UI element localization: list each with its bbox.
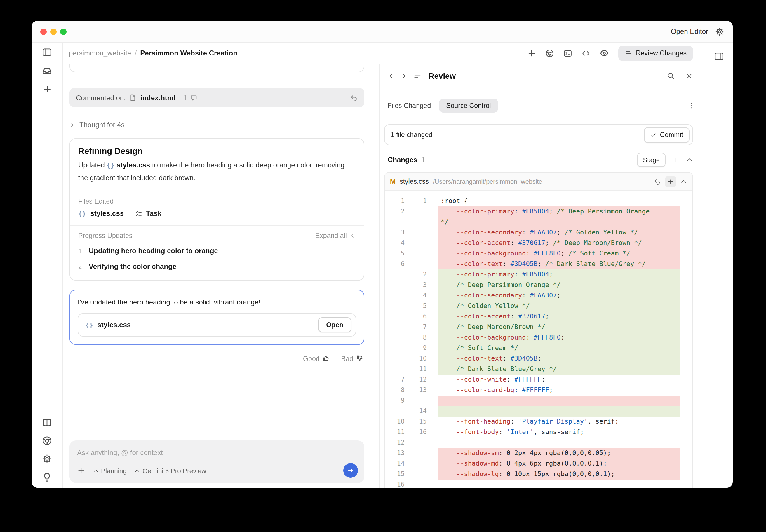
changes-header: Changes 1 Stage xyxy=(388,153,693,167)
open-file-button[interactable]: Open xyxy=(318,318,352,333)
lightbulb-icon[interactable] xyxy=(42,472,52,482)
docs-book-icon[interactable] xyxy=(42,418,52,428)
changed-file-card: M styles.css /Users/narangamit/persimmon… xyxy=(384,172,693,488)
breadcrumb: persimmon_website / Persimmon Website Cr… xyxy=(69,49,237,57)
diff-row: 2 --color-primary: #E85D04; xyxy=(385,269,693,280)
new-line-number: 3 xyxy=(409,280,438,291)
model-selector[interactable]: Gemini 3 Pro Preview xyxy=(134,467,207,474)
comment-bubble-icon xyxy=(190,94,198,101)
settings-gear-icon[interactable] xyxy=(715,27,724,36)
close-icon[interactable] xyxy=(685,72,693,80)
old-line-number: 10 xyxy=(385,417,409,427)
diff-row: 4 --color-secondary: #FAA307; xyxy=(385,291,693,301)
diff-row: 1116 --font-body: 'Inter', sans-serif; xyxy=(385,427,693,437)
diff-code-line: --color-text: #3D405B; xyxy=(438,353,680,364)
new-line-number: 13 xyxy=(409,385,438,395)
collapse-chevron-up-icon[interactable] xyxy=(686,156,693,163)
diff-code-line: --color-secondary: #FAA307; xyxy=(438,291,680,301)
add-icon[interactable] xyxy=(527,49,536,57)
breadcrumb-project[interactable]: persimmon_website xyxy=(69,49,131,57)
new-line-number xyxy=(409,395,438,406)
expand-all-button[interactable]: Expand all xyxy=(315,232,356,239)
new-line-number xyxy=(409,448,438,459)
minimize-window-button[interactable] xyxy=(50,28,57,35)
old-line-number: 2 xyxy=(385,207,409,217)
browser-icon[interactable] xyxy=(42,436,52,446)
stage-all-plus-icon[interactable] xyxy=(672,156,680,164)
code-icon[interactable] xyxy=(582,49,590,57)
mode-selector[interactable]: Planning xyxy=(93,467,127,474)
old-line-number xyxy=(385,269,409,280)
diff-code-line: --color-secondary: #FAA307; /* Golden Ye… xyxy=(438,227,680,238)
diff-code-line: /* Deep Maroon/Brown */ xyxy=(438,322,680,333)
changed-file-header[interactable]: M styles.css /Users/narangamit/persimmon… xyxy=(385,173,693,191)
bad-feedback-button[interactable]: Bad xyxy=(341,354,364,363)
diff-row: 11:root { xyxy=(385,196,693,207)
commented-on-bar[interactable]: Commented on: index.html · 1 xyxy=(69,88,364,107)
commit-button[interactable]: Commit xyxy=(644,127,690,143)
diff-code-line: --shadow-md: 0 4px 6px rgba(0,0,0,0.1); xyxy=(438,459,680,469)
back-chevron-icon[interactable] xyxy=(388,72,395,79)
new-line-number xyxy=(409,227,438,238)
files-changed-count: 1 file changed xyxy=(391,131,432,138)
forward-chevron-icon[interactable] xyxy=(400,72,408,79)
chat-input[interactable] xyxy=(77,449,357,457)
diff-code-line: --color-background: #FFF8F0; xyxy=(438,333,680,343)
changed-files-summary-bar: 1 file changed Commit xyxy=(384,124,693,145)
thought-toggle[interactable]: Thought for 4s xyxy=(69,121,364,129)
search-icon[interactable] xyxy=(667,72,675,80)
kebab-menu-icon[interactable] xyxy=(688,102,695,109)
edited-file-name[interactable]: styles.css xyxy=(90,210,124,218)
terminal-icon[interactable] xyxy=(563,49,572,57)
inbox-icon[interactable] xyxy=(42,66,52,76)
tab-files-changed[interactable]: Files Changed xyxy=(388,102,431,109)
diff-code-line xyxy=(438,437,680,448)
gear-icon[interactable] xyxy=(42,454,52,464)
file-chip: {} styles.css Open xyxy=(78,314,356,337)
attach-plus-icon[interactable] xyxy=(77,466,85,475)
diff-code-line: --shadow-lg: 0 10px 15px rgba(0,0,0,0.1)… xyxy=(438,469,680,479)
task-link[interactable]: Task xyxy=(135,210,161,218)
send-button[interactable] xyxy=(343,463,358,478)
collapse-file-chevron-icon[interactable] xyxy=(680,178,687,185)
stage-file-plus-button[interactable] xyxy=(665,176,676,187)
toggle-right-panel-icon[interactable] xyxy=(714,51,724,61)
eye-icon[interactable] xyxy=(600,48,609,58)
old-line-number xyxy=(385,311,409,322)
app-header: persimmon_website / Persimmon Website Cr… xyxy=(63,43,705,64)
tab-source-control[interactable]: Source Control xyxy=(439,99,498,113)
open-editor-button[interactable]: Open Editor xyxy=(671,27,708,36)
thought-label: Thought for 4s xyxy=(79,121,125,129)
diff-code-line: */ xyxy=(438,217,680,227)
diff-code-line: :root { xyxy=(438,196,680,207)
progress-step[interactable]: 1 Updating hero heading color to orange xyxy=(78,247,356,255)
desktop-background: Open Editor xyxy=(0,0,766,532)
task-checklist-icon xyxy=(135,210,142,218)
undo-icon[interactable] xyxy=(350,94,358,102)
progress-step[interactable]: 2 Verifying the color change xyxy=(78,263,356,280)
good-feedback-button[interactable]: Good xyxy=(303,354,331,363)
diff-row: 5 --color-background: #FFF8F0; /* Soft C… xyxy=(385,249,693,259)
old-line-number: 3 xyxy=(385,227,409,238)
browser-preview-icon[interactable] xyxy=(545,49,554,57)
review-changes-button[interactable]: Review Changes xyxy=(618,45,693,61)
summary-file-name: styles.css xyxy=(116,161,150,169)
files-edited-label: Files Edited xyxy=(78,197,356,205)
breadcrumb-separator: / xyxy=(134,49,137,57)
chat-composer: Planning Gemini 3 Pro Preview xyxy=(69,440,364,483)
diff-code-line: --color-primary: #E85D04; /* Deep Persim… xyxy=(438,207,680,217)
new-conversation-icon[interactable] xyxy=(42,85,52,94)
old-line-number xyxy=(385,406,409,417)
diff-code-line: /* Soft Cream */ xyxy=(438,343,680,353)
diff-row: 6 --color-accent: #370617; xyxy=(385,311,693,322)
toggle-sidebar-icon[interactable] xyxy=(42,47,52,57)
old-line-number: 16 xyxy=(385,479,409,488)
diff-code-line xyxy=(438,395,680,406)
review-title: Review xyxy=(428,71,456,80)
close-window-button[interactable] xyxy=(40,28,47,35)
discard-undo-icon[interactable] xyxy=(653,178,661,185)
stage-button[interactable]: Stage xyxy=(637,153,666,167)
changes-label: Changes xyxy=(388,156,417,164)
diff-row: 14 --shadow-md: 0 4px 6px rgba(0,0,0,0.1… xyxy=(385,459,693,469)
maximize-window-button[interactable] xyxy=(60,28,67,35)
